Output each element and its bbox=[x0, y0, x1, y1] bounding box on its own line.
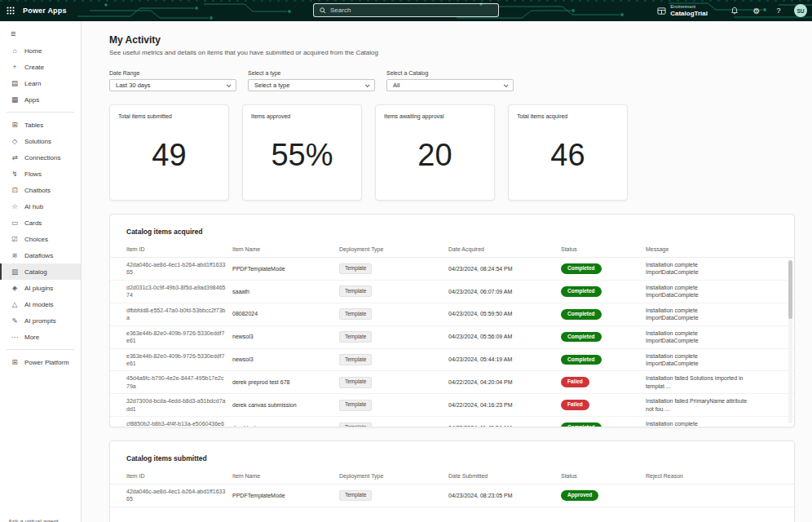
table-row[interactable]: e363e44b-82e0-409b-9726-5330eddf7e61news… bbox=[110, 348, 794, 371]
table-row[interactable]: cf8850b2-b8b3-4f4f-b13a-e5060436e68ddere… bbox=[110, 417, 794, 427]
deployment-type-badge: Template bbox=[339, 354, 372, 365]
item-id-cell: 42da046c-ae8d-4ec1-b264-abd1ff163365 bbox=[110, 258, 232, 281]
scrollbar-thumb[interactable] bbox=[788, 260, 792, 319]
sidebar-item-connections[interactable]: ⇄Connections bbox=[0, 149, 81, 166]
filter-select-a-type: Select a typeSelect a type bbox=[248, 70, 375, 91]
sidebar-item-tables[interactable]: ⊞Tables bbox=[0, 117, 81, 133]
table-row[interactable]: e363e44b-82e0-409b-9726-5330eddf7e61news… bbox=[110, 325, 794, 348]
message-cell bbox=[646, 484, 794, 507]
sidebar-item-home[interactable]: ⌂Home bbox=[0, 42, 81, 59]
deployment-type-cell: Template bbox=[339, 394, 448, 417]
cards-icon: ▭ bbox=[11, 219, 19, 227]
item-name-cell: PPDFTemplateMode bbox=[232, 484, 339, 507]
acquired-section: Catalog items acquired Item IDItem NameD… bbox=[109, 214, 795, 427]
sidebar-item-label: Dataflows bbox=[24, 252, 53, 259]
sidebar-item-label: AI prompts bbox=[24, 317, 56, 325]
metric-card-items-awaiting-approval: Items awaiting approval20 bbox=[375, 104, 495, 201]
column-header-item-id[interactable]: Item ID bbox=[110, 469, 232, 484]
column-header-deployment-type[interactable]: Deployment Type bbox=[339, 469, 448, 484]
sidebar-item-catalog[interactable]: ▥Catalog bbox=[0, 263, 81, 280]
chevron-down-icon bbox=[365, 82, 370, 87]
item-id-cell: cf8850b2-b8b3-4f4f-b13a-e5060436e68d bbox=[110, 417, 232, 427]
app-launcher-waffle-icon[interactable] bbox=[0, 0, 21, 21]
filter-select-select-a-catalog[interactable]: All bbox=[386, 79, 514, 91]
sidebar-item-cards[interactable]: ▭Cards bbox=[0, 215, 81, 231]
sidebar-item-label: Catalog bbox=[24, 268, 47, 276]
sidebar-item-ai-plugins[interactable]: ◈AI plugins bbox=[0, 280, 81, 296]
sidebar-item-label: AI hub bbox=[24, 203, 43, 210]
metric-label: Items awaiting approval bbox=[384, 113, 486, 119]
column-header-deployment-type[interactable]: Deployment Type bbox=[339, 242, 448, 258]
status-badge: Completed bbox=[561, 332, 602, 343]
sidebar-item-label: Connections bbox=[24, 154, 60, 161]
sidebar-item-ai-models[interactable]: △AI models bbox=[0, 296, 81, 312]
column-header-reject-reason[interactable]: Reject Reason bbox=[646, 469, 794, 484]
search-input[interactable] bbox=[330, 7, 492, 14]
table-row[interactable]: 32d7300d-bcda-4edd-b8d3-a51bdcd7add1dere… bbox=[110, 394, 794, 417]
sidebar-item-label: Home bbox=[24, 47, 42, 55]
ai-prompts-icon: ✎ bbox=[11, 316, 19, 325]
date-cell: 04/22/2024, 04:16:23 PM bbox=[448, 394, 561, 417]
status-badge: Approved bbox=[561, 490, 598, 501]
sidebar-item-apps[interactable]: ▦Apps bbox=[0, 91, 81, 108]
table-row[interactable]: 42da046c-ae8d-4ec1-b264-abd1ff163365PPDF… bbox=[110, 484, 794, 507]
sidebar-item-create[interactable]: +Create bbox=[0, 59, 81, 75]
environment-picker[interactable]: Environment CatalogTrial bbox=[657, 4, 708, 17]
status-cell: Completed bbox=[561, 280, 646, 303]
table-row[interactable]: dfbbfdd8-e552-47a0-b0fd-53bbcc2f73ba0808… bbox=[110, 303, 794, 325]
filter-select-a-catalog: Select a CatalogAll bbox=[386, 70, 514, 91]
sidebar-divider bbox=[7, 112, 74, 113]
sidebar-item-label: Cards bbox=[24, 219, 42, 227]
notifications-bell-icon[interactable] bbox=[728, 4, 741, 17]
item-name-cell: saaath bbox=[232, 280, 339, 303]
deployment-type-badge: Template bbox=[339, 377, 372, 388]
ask-virtual-agent[interactable]: Ask a virtual agent bbox=[8, 518, 59, 522]
item-id-cell: dfbbfdd8-e552-47a0-b0fd-53bbcc2f73ba bbox=[110, 303, 232, 325]
metric-card-total-items-submitted: Total items submitted49 bbox=[109, 104, 229, 201]
filter-select-select-a-type[interactable]: Select a type bbox=[248, 79, 375, 91]
deployment-type-cell: Template bbox=[339, 348, 448, 371]
column-header-item-id[interactable]: Item ID bbox=[110, 242, 232, 258]
select-value: Last 30 days bbox=[116, 82, 151, 89]
metric-value: 46 bbox=[550, 138, 585, 173]
help-icon[interactable]: ? bbox=[772, 4, 785, 17]
table-row[interactable]: 42da046c-ae8d-4ec1-b264-abd1ff163365PPDF… bbox=[110, 258, 794, 281]
user-avatar[interactable]: SU bbox=[794, 4, 807, 17]
sidebar-item-label: AI plugins bbox=[24, 285, 53, 292]
sidebar-item-ai-prompts[interactable]: ✎AI prompts bbox=[0, 312, 81, 329]
column-header-date-acquired[interactable]: Date Acquired bbox=[448, 242, 561, 258]
deployment-type-badge: Template bbox=[339, 308, 372, 320]
sidebar-item-learn[interactable]: ▤Learn bbox=[0, 75, 81, 91]
sidebar-item-dataflows[interactable]: ≋Dataflows bbox=[0, 247, 81, 263]
table-icon: ⊞ bbox=[11, 121, 19, 129]
app-title[interactable]: Power Apps bbox=[23, 7, 67, 15]
settings-gear-icon[interactable]: ⚙ bbox=[750, 4, 763, 17]
column-header-item-name[interactable]: Item Name bbox=[232, 469, 339, 484]
data-table: Item IDItem NameDeployment TypeDate Subm… bbox=[110, 469, 794, 507]
sidebar-divider bbox=[7, 349, 74, 350]
sidebar-item-flows[interactable]: ↯Flows bbox=[0, 166, 81, 182]
column-header-message[interactable]: Message bbox=[646, 242, 794, 258]
sidebar-item-ai-hub[interactable]: ☆AI hub bbox=[0, 198, 81, 215]
solutions-icon: ◇ bbox=[11, 137, 19, 145]
table-row[interactable]: d2d031c3-0c9f-49b3-8f5d-a9ad39846574saaa… bbox=[110, 280, 794, 303]
column-header-date-submitted[interactable]: Date Submitted bbox=[448, 469, 561, 484]
message-cell: Installation completeImportDataComplete bbox=[646, 303, 794, 325]
table-row[interactable]: 45d4a6fc-b790-4e2e-8447-495b17e2c79adere… bbox=[110, 371, 794, 394]
sidebar-item-chatbots[interactable]: ⊡Chatbots bbox=[0, 182, 81, 198]
filter-select-date-range[interactable]: Last 30 days bbox=[109, 79, 236, 91]
global-search[interactable] bbox=[313, 3, 499, 17]
sidebar-item-label: Flows bbox=[24, 170, 42, 178]
column-header-status[interactable]: Status bbox=[561, 242, 646, 258]
item-name-cell: 08082024 bbox=[232, 303, 339, 325]
metric-label: Items approved bbox=[251, 113, 353, 119]
nav-collapse-toggle[interactable]: ≡ bbox=[0, 24, 81, 42]
sidebar-item-choices[interactable]: ☑Choices bbox=[0, 231, 81, 247]
sidebar-item-label: Solutions bbox=[24, 138, 51, 145]
column-header-status[interactable]: Status bbox=[561, 469, 646, 484]
sidebar-item-more[interactable]: ⋯More bbox=[0, 329, 81, 345]
sidebar-item-solutions[interactable]: ◇Solutions bbox=[0, 133, 81, 149]
column-header-item-name[interactable]: Item Name bbox=[232, 242, 339, 258]
sidebar-item-label: Choices bbox=[24, 236, 48, 243]
sidebar-item-power-platform[interactable]: ⊞Power Platform bbox=[0, 354, 81, 370]
